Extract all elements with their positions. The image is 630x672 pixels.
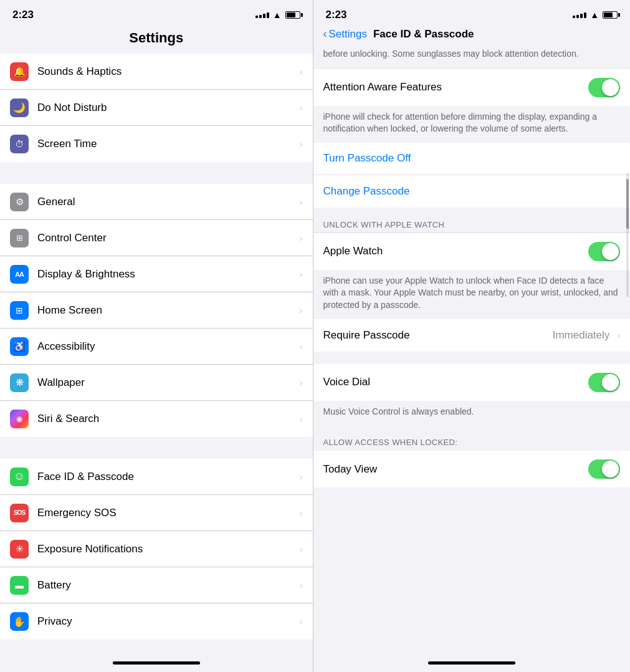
battery-label: Battery <box>37 579 296 592</box>
emergency-sos-label: Emergency SOS <box>37 507 296 519</box>
back-label: Settings <box>329 28 367 41</box>
require-passcode-row[interactable]: Require Passcode Immediately › <box>313 319 631 352</box>
right-page-title: Face ID & Passcode <box>373 28 474 41</box>
right-wifi-icon: ▲ <box>590 10 599 20</box>
require-passcode-value: Immediately <box>553 329 610 342</box>
right-battery-icon <box>603 11 618 19</box>
today-view-row[interactable]: Today View <box>313 451 631 487</box>
general-label: General <box>37 196 296 208</box>
settings-item-battery[interactable]: ▬ Battery › <box>0 567 313 603</box>
settings-item-do-not-disturb[interactable]: 🌙 Do Not Disturb › <box>0 90 313 126</box>
right-content: before unlocking. Some sunglasses may bl… <box>313 48 631 656</box>
emergency-sos-icon: SOS <box>10 504 29 522</box>
voice-dial-toggle[interactable] <box>588 373 620 392</box>
turn-passcode-off-label: Turn Passcode Off <box>323 152 411 165</box>
chevron-icon: › <box>300 414 303 424</box>
turn-passcode-off-row[interactable]: Turn Passcode Off <box>313 143 631 175</box>
left-page-title: Settings <box>0 25 313 54</box>
passcode-card: Turn Passcode Off Change Passcode <box>313 143 631 208</box>
settings-item-control-center[interactable]: ⊞ Control Center › <box>0 220 313 256</box>
face-id-icon: ☺ <box>10 468 29 486</box>
wifi-icon: ▲ <box>273 10 282 20</box>
voice-dial-card: Voice Dial <box>313 364 631 401</box>
settings-group-1: 🔔 Sounds & Haptics › 🌙 Do Not Disturb › … <box>0 54 313 162</box>
privacy-label: Privacy <box>37 615 296 628</box>
screen-time-icon: ⏱ <box>10 135 29 153</box>
apple-watch-card: Apple Watch <box>313 233 631 270</box>
sounds-haptics-icon: 🔔 <box>10 62 29 81</box>
screen-time-label: Screen Time <box>37 138 296 150</box>
right-status-icons: ▲ <box>573 10 618 20</box>
right-signal-icon <box>573 12 586 18</box>
chevron-icon: › <box>300 544 303 554</box>
settings-item-sounds-haptics[interactable]: 🔔 Sounds & Haptics › <box>0 54 313 90</box>
settings-list: 🔔 Sounds & Haptics › 🌙 Do Not Disturb › … <box>0 54 313 656</box>
require-passcode-chevron: › <box>617 330 620 340</box>
right-status-bar: 2:23 ▲ <box>313 0 631 25</box>
scrollbar-thumb[interactable] <box>626 179 629 229</box>
control-center-icon: ⊞ <box>10 229 29 247</box>
settings-item-home-screen[interactable]: ⊞ Home Screen › <box>0 292 313 329</box>
accessibility-label: Accessibility <box>37 340 296 353</box>
voice-dial-description: Music Voice Control is always enabled. <box>313 401 631 426</box>
settings-group-3: ☺ Face ID & Passcode › SOS Emergency SOS… <box>0 459 313 640</box>
chevron-icon: › <box>300 378 303 388</box>
today-view-toggle[interactable] <box>588 459 620 479</box>
left-time: 2:23 <box>12 9 34 21</box>
settings-item-face-id[interactable]: ☺ Face ID & Passcode › <box>0 459 313 495</box>
chevron-icon: › <box>300 508 303 518</box>
settings-item-screen-time[interactable]: ⏱ Screen Time › <box>0 126 313 162</box>
battery-icon <box>285 11 300 19</box>
unlock-with-watch-header: UNLOCK WITH APPLE WATCH <box>313 208 631 233</box>
control-center-label: Control Center <box>37 232 296 244</box>
siri-search-label: Siri & Search <box>37 413 296 425</box>
apple-watch-toggle[interactable] <box>588 242 620 261</box>
chevron-icon: › <box>300 67 303 77</box>
settings-item-emergency-sos[interactable]: SOS Emergency SOS › <box>0 495 313 531</box>
require-passcode-card: Require Passcode Immediately › <box>313 319 631 352</box>
chevron-icon: › <box>300 342 303 352</box>
display-brightness-label: Display & Brightness <box>37 268 296 281</box>
attention-aware-row[interactable]: Attention Aware Features <box>313 69 631 106</box>
attention-aware-label: Attention Aware Features <box>323 81 589 94</box>
right-home-indicator <box>428 661 515 665</box>
apple-watch-description: iPhone can use your Apple Watch to unloc… <box>313 270 631 319</box>
chevron-icon: › <box>300 472 303 482</box>
today-view-card: Today View <box>313 451 631 487</box>
chevron-icon: › <box>300 269 303 279</box>
scrollbar-track <box>626 173 629 297</box>
settings-item-wallpaper[interactable]: ❋ Wallpaper › <box>0 365 313 401</box>
chevron-icon: › <box>300 233 303 243</box>
settings-item-privacy[interactable]: ✋ Privacy › <box>0 603 313 640</box>
right-time: 2:23 <box>326 9 347 21</box>
right-panel: 2:23 ▲ ‹ Settings Face ID & Passcode bef… <box>313 0 631 672</box>
apple-watch-label: Apple Watch <box>323 245 589 257</box>
left-status-bar: 2:23 ▲ <box>0 0 313 25</box>
chevron-icon: › <box>300 103 303 113</box>
chevron-icon: › <box>300 617 303 626</box>
require-passcode-label: Require Passcode <box>323 329 553 342</box>
exposure-notifications-icon: ✳ <box>10 540 29 559</box>
left-status-icons: ▲ <box>255 10 300 20</box>
voice-dial-row[interactable]: Voice Dial <box>313 364 631 401</box>
home-screen-icon: ⊞ <box>10 301 29 320</box>
change-passcode-row[interactable]: Change Passcode <box>313 175 631 208</box>
right-nav-bar: ‹ Settings Face ID & Passcode <box>313 25 631 48</box>
settings-item-siri-search[interactable]: ◉ Siri & Search › <box>0 401 313 437</box>
apple-watch-row[interactable]: Apple Watch <box>313 233 631 270</box>
wallpaper-icon: ❋ <box>10 373 29 392</box>
allow-access-header: ALLOW ACCESS WHEN LOCKED: <box>313 425 631 451</box>
back-button[interactable]: ‹ Settings <box>323 27 367 41</box>
settings-item-exposure-notifications[interactable]: ✳ Exposure Notifications › <box>0 531 313 567</box>
siri-search-icon: ◉ <box>10 410 29 428</box>
privacy-icon: ✋ <box>10 612 29 631</box>
face-id-label: Face ID & Passcode <box>37 471 296 483</box>
do-not-disturb-icon: 🌙 <box>10 98 29 117</box>
settings-item-display-brightness[interactable]: AA Display & Brightness › <box>0 256 313 292</box>
attention-aware-toggle[interactable] <box>588 78 620 97</box>
accessibility-icon: ♿ <box>10 337 29 356</box>
settings-item-general[interactable]: ⚙ General › <box>0 184 313 220</box>
settings-group-2: ⚙ General › ⊞ Control Center › AA Displa… <box>0 184 313 437</box>
settings-item-accessibility[interactable]: ♿ Accessibility › <box>0 329 313 365</box>
attention-aware-description: iPhone will check for attention before d… <box>313 106 631 143</box>
